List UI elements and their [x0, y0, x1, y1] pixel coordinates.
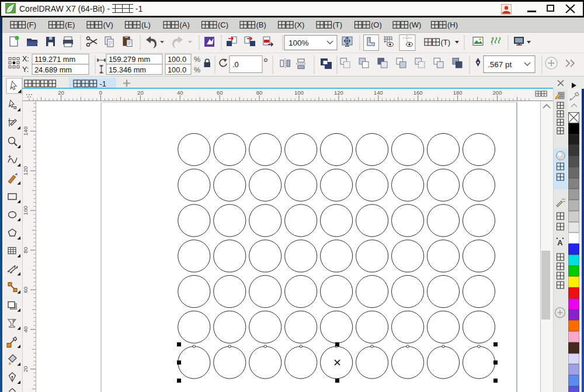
svg-text:80: 80: [23, 247, 29, 254]
svg-text:100: 100: [23, 206, 29, 215]
svg-text:140: 140: [23, 126, 29, 136]
svg-text:40: 40: [23, 327, 29, 333]
svg-text:120: 120: [23, 166, 29, 175]
svg-text:A: A: [557, 238, 563, 247]
svg-text:60: 60: [23, 287, 29, 293]
svg-text:20: 20: [23, 366, 29, 373]
